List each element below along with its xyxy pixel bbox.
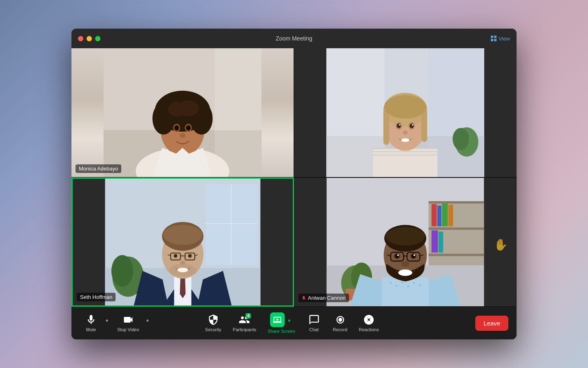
svg-point-83 (401, 281, 403, 283)
stop-video-label: Stop Video (117, 327, 139, 332)
zoom-window: Zoom Meeting View (71, 29, 517, 339)
window-title: Zoom Meeting (276, 35, 312, 42)
mute-label: Mute (86, 327, 96, 332)
svg-point-40 (401, 139, 409, 142)
participants-button[interactable]: 4 Participants (228, 312, 261, 334)
video-tile-seth: Seth Hoffman (71, 177, 294, 307)
mute-chevron[interactable]: ▲ (103, 315, 111, 325)
video-chevron[interactable]: ▲ (144, 315, 151, 325)
svg-point-100 (397, 254, 399, 256)
maximize-button[interactable] (95, 36, 100, 41)
video-tile-monica: Monica Adebayo (71, 48, 294, 177)
participants-label: Participants (233, 327, 256, 332)
svg-point-99 (411, 254, 416, 258)
record-button[interactable]: Record (328, 312, 352, 334)
svg-point-102 (401, 261, 410, 267)
svg-point-52 (163, 225, 203, 245)
svg-point-35 (397, 123, 401, 128)
svg-point-36 (410, 123, 414, 128)
video-group: Stop Video ▲ (112, 312, 151, 334)
share-screen-icon (273, 315, 282, 324)
svg-rect-70 (429, 254, 484, 256)
share-screen-button[interactable]: ▲ Share Screen (263, 310, 300, 336)
reaction-hand: ✋ (494, 238, 508, 251)
mic-icon (85, 314, 97, 325)
svg-point-39 (403, 130, 408, 135)
svg-point-103 (398, 269, 412, 276)
svg-rect-74 (448, 205, 453, 227)
record-icon (334, 314, 346, 325)
svg-rect-44 (231, 184, 232, 265)
toolbar-center: Security 4 Participants (200, 310, 383, 336)
svg-point-21 (452, 128, 469, 150)
svg-point-38 (412, 124, 414, 126)
toolbar-right: Leave (475, 316, 508, 331)
mute-button[interactable]: Mute (79, 312, 103, 334)
record-label: Record (333, 327, 347, 332)
view-label: View (499, 36, 510, 42)
reactions-label: Reactions (359, 327, 379, 332)
chat-button[interactable]: Chat (302, 312, 326, 334)
svg-point-61 (188, 254, 192, 258)
muted-mic-icon (302, 296, 306, 300)
svg-rect-69 (429, 227, 484, 230)
svg-point-90 (385, 227, 425, 246)
minimize-button[interactable] (87, 36, 92, 41)
antwan-name: Antwan Cannon (308, 295, 346, 301)
stop-video-button[interactable]: Stop Video (112, 312, 144, 334)
woman2-avatar (294, 48, 517, 177)
svg-rect-72 (437, 206, 441, 227)
mute-group: Mute ▲ (79, 312, 111, 334)
video-grid: Monica Adebayo (71, 48, 517, 307)
svg-point-84 (407, 285, 409, 287)
svg-point-15 (180, 133, 185, 138)
leave-button[interactable]: Leave (475, 316, 508, 331)
share-screen-label: Share Screen (268, 329, 295, 334)
video-tile-woman2 (294, 48, 517, 177)
svg-point-98 (395, 254, 399, 258)
svg-point-106 (338, 318, 342, 321)
svg-rect-45 (206, 223, 258, 224)
svg-point-81 (390, 282, 392, 284)
svg-rect-31 (421, 110, 427, 142)
svg-point-85 (413, 282, 415, 284)
svg-rect-68 (429, 201, 484, 204)
svg-rect-73 (442, 204, 448, 227)
monica-label: Monica Adebayo (76, 164, 121, 173)
svg-rect-30 (383, 110, 389, 145)
svg-rect-26 (373, 155, 438, 155)
security-button[interactable]: Security (200, 312, 226, 334)
close-button[interactable] (78, 36, 83, 41)
video-icon (122, 314, 134, 325)
security-icon (207, 314, 219, 325)
svg-point-13 (174, 125, 179, 130)
svg-point-47 (111, 255, 134, 287)
antwan-avatar (294, 178, 516, 306)
svg-point-10 (178, 100, 198, 117)
svg-rect-2 (215, 48, 262, 177)
toolbar-wrapper: Mute ▲ Stop Video ▲ (76, 307, 508, 339)
video-tile-antwan: ✋ Antwan Cannon (294, 177, 517, 307)
svg-point-37 (399, 124, 401, 126)
monica-name: Monica Adebayo (79, 166, 118, 172)
svg-point-14 (186, 125, 191, 130)
share-screen-chevron[interactable]: ▲ (285, 315, 293, 325)
reactions-icon (363, 314, 374, 325)
svg-rect-76 (439, 231, 443, 252)
titlebar: Zoom Meeting View (71, 29, 517, 48)
reactions-button[interactable]: Reactions (354, 312, 384, 334)
window-controls (78, 36, 100, 41)
svg-point-32 (384, 95, 426, 119)
svg-rect-75 (432, 230, 438, 252)
chat-label: Chat (309, 327, 318, 332)
svg-point-64 (178, 268, 188, 272)
seth-avatar (73, 179, 293, 305)
chat-icon (308, 314, 320, 325)
svg-point-60 (174, 254, 177, 258)
svg-point-101 (413, 254, 415, 256)
participants-badge: 4 (245, 313, 251, 319)
seth-name: Seth Hoffman (80, 294, 112, 300)
security-label: Security (205, 327, 221, 332)
svg-rect-25 (373, 151, 438, 152)
view-button[interactable]: View (491, 36, 510, 42)
